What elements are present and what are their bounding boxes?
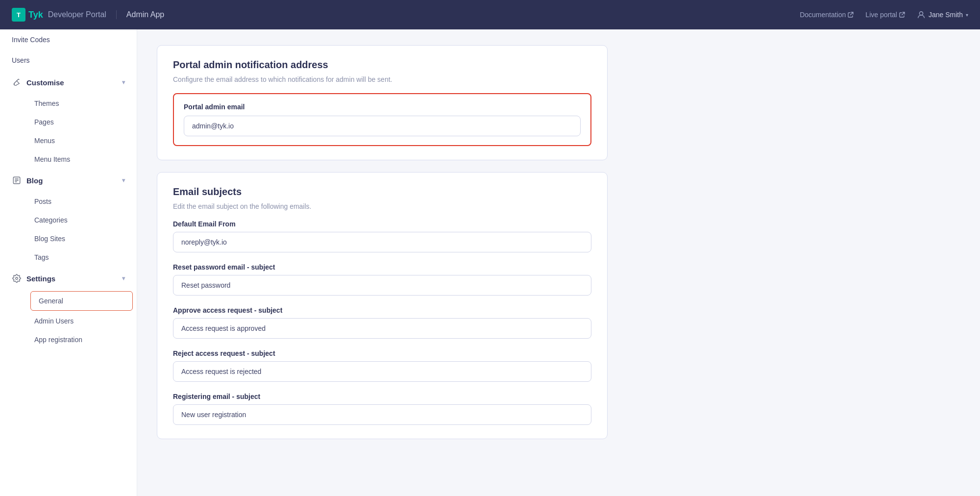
sidebar-item-label: Posts xyxy=(34,198,51,205)
default-email-from-group: Default Email From xyxy=(173,220,591,252)
sidebar-section-customise[interactable]: Customise ▾ xyxy=(0,71,137,94)
docs-link[interactable]: Documentation xyxy=(800,11,854,19)
approve-access-input[interactable] xyxy=(173,318,591,339)
sidebar-item-label: Invite Codes xyxy=(12,36,50,44)
sidebar-item-categories[interactable]: Categories xyxy=(26,211,137,229)
sidebar-item-tags[interactable]: Tags xyxy=(26,248,137,267)
chevron-icon: ▾ xyxy=(122,275,125,282)
chevron-icon: ▾ xyxy=(122,177,125,184)
app-name: Admin App xyxy=(116,10,164,19)
sidebar-item-label: App registration xyxy=(34,336,82,344)
paint-brush-icon xyxy=(12,77,22,87)
topnav-right: Documentation Live portal Jane Smith ▾ xyxy=(800,10,968,19)
card-title: Portal admin notification address xyxy=(173,59,591,71)
top-nav: T Tyk Developer Portal Admin App Documen… xyxy=(0,0,980,29)
sidebar-item-admin-users[interactable]: Admin Users xyxy=(26,312,137,330)
sidebar-item-label: Categories xyxy=(34,216,68,224)
approve-access-label: Approve access request - subject xyxy=(173,306,591,314)
sidebar-item-menus[interactable]: Menus xyxy=(26,131,137,150)
blog-submenu: Posts Categories Blog Sites Tags xyxy=(0,192,137,267)
external-link-icon-2 xyxy=(899,12,905,18)
portal-admin-email-label: Portal admin email xyxy=(184,103,581,111)
registering-email-input[interactable] xyxy=(173,404,591,425)
logo-area[interactable]: T Tyk Developer Portal xyxy=(12,8,106,22)
sidebar-item-label: Menus xyxy=(34,137,55,145)
reject-access-group: Reject access request - subject xyxy=(173,349,591,382)
sidebar-item-menu-items[interactable]: Menu Items xyxy=(26,150,137,169)
reject-access-input[interactable] xyxy=(173,361,591,382)
portal-label: Developer Portal xyxy=(48,10,106,19)
sidebar-item-label: Themes xyxy=(34,99,59,107)
customise-submenu: Themes Pages Menus Menu Items xyxy=(0,94,137,169)
sidebar-item-posts[interactable]: Posts xyxy=(26,192,137,211)
svg-point-0 xyxy=(919,12,923,15)
sidebar-item-invite-codes[interactable]: Invite Codes xyxy=(0,29,137,50)
svg-point-2 xyxy=(16,277,18,280)
sidebar-section-blog[interactable]: Blog ▾ xyxy=(0,169,137,192)
sidebar-item-label: Pages xyxy=(34,118,54,126)
live-portal-link[interactable]: Live portal xyxy=(865,11,905,19)
approve-access-group: Approve access request - subject xyxy=(173,306,591,339)
default-email-from-input[interactable] xyxy=(173,232,591,252)
settings-submenu: General Admin Users App registration xyxy=(0,291,137,349)
registering-email-label: Registering email - subject xyxy=(173,393,591,400)
sidebar-item-themes[interactable]: Themes xyxy=(26,94,137,113)
sidebar-item-general[interactable]: General xyxy=(30,291,133,311)
tyk-icon: T xyxy=(12,8,25,22)
registering-email-group: Registering email - subject xyxy=(173,393,591,425)
email-subjects-card: Email subjects Edit the email subject on… xyxy=(157,172,608,439)
external-link-icon xyxy=(848,12,854,18)
chevron-down-icon: ▾ xyxy=(966,12,968,18)
portal-admin-email-input[interactable] xyxy=(184,116,581,136)
admin-notification-card: Portal admin notification address Config… xyxy=(157,45,608,160)
sidebar-item-label: Users xyxy=(12,56,30,64)
sidebar-item-app-registration[interactable]: App registration xyxy=(26,330,137,349)
settings-gear-icon xyxy=(12,273,22,283)
sidebar-item-label: General xyxy=(39,297,63,305)
email-subjects-title: Email subjects xyxy=(173,186,591,198)
main-content: Portal admin notification address Config… xyxy=(137,29,980,496)
sidebar: Invite Codes Users Customise ▾ Themes xyxy=(0,29,137,496)
customise-label: Customise xyxy=(26,78,64,87)
card-desc: Configure the email address to which not… xyxy=(173,75,591,83)
chevron-icon: ▾ xyxy=(122,79,125,86)
blog-label: Blog xyxy=(26,176,43,185)
reject-access-label: Reject access request - subject xyxy=(173,349,591,357)
sidebar-item-label: Tags xyxy=(34,253,49,261)
user-name: Jane Smith xyxy=(929,11,963,19)
settings-label: Settings xyxy=(26,274,55,283)
portal-admin-email-section: Portal admin email xyxy=(173,93,591,146)
user-avatar-icon xyxy=(917,10,926,19)
reset-password-group: Reset password email - subject xyxy=(173,263,591,296)
tyk-brand: Tyk xyxy=(28,10,43,20)
email-subjects-desc: Edit the email subject on the following … xyxy=(173,202,591,210)
reset-password-input[interactable] xyxy=(173,275,591,296)
sidebar-item-label: Blog Sites xyxy=(34,235,65,243)
sidebar-item-pages[interactable]: Pages xyxy=(26,113,137,131)
user-menu[interactable]: Jane Smith ▾ xyxy=(917,10,968,19)
blog-icon xyxy=(12,175,22,185)
sidebar-item-users[interactable]: Users xyxy=(0,50,137,71)
sidebar-item-blog-sites[interactable]: Blog Sites xyxy=(26,229,137,248)
sidebar-item-label: Menu Items xyxy=(34,155,70,163)
sidebar-section-settings[interactable]: Settings ▾ xyxy=(0,267,137,290)
sidebar-item-label: Admin Users xyxy=(34,317,74,325)
default-email-from-label: Default Email From xyxy=(173,220,591,228)
reset-password-label: Reset password email - subject xyxy=(173,263,591,271)
